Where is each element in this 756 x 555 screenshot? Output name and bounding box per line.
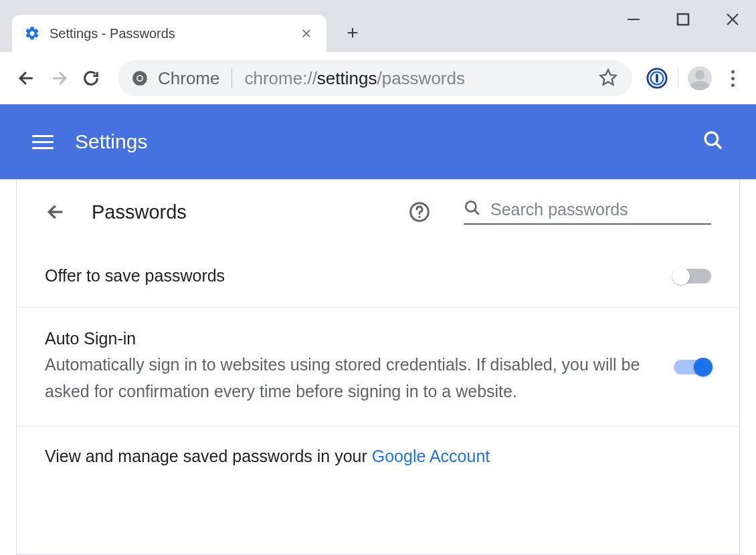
tab-title: Settings - Passwords (50, 26, 298, 41)
reload-button[interactable] (78, 65, 104, 92)
page-title: Passwords (92, 201, 391, 223)
close-window-button[interactable] (723, 9, 743, 29)
search-icon[interactable] (702, 130, 724, 154)
divider (678, 68, 678, 89)
url-scheme: chrome:// (244, 68, 316, 88)
svg-point-10 (418, 216, 420, 218)
minimize-button[interactable] (624, 9, 644, 29)
omnibox-url: chrome://settings/passwords (244, 68, 589, 89)
toggle-offer-save-passwords[interactable] (674, 269, 711, 284)
search-passwords-field[interactable] (464, 199, 711, 225)
settings-content: Passwords Offer to save passwords Auto S… (16, 179, 740, 555)
address-bar[interactable]: Chrome chrome://settings/passwords (118, 60, 632, 96)
bookmark-star-icon[interactable] (599, 68, 619, 88)
divider (231, 68, 232, 88)
url-host: settings (317, 68, 377, 88)
manage-passwords-row: View and manage saved passwords in your … (17, 427, 739, 486)
toggle-auto-signin[interactable] (674, 360, 711, 374)
search-passwords-input[interactable] (490, 200, 711, 219)
chrome-icon (131, 70, 149, 87)
setting-label: Auto Sign-in (45, 329, 660, 348)
url-path: /passwords (377, 68, 465, 88)
extension-1password-icon[interactable] (646, 67, 668, 90)
hamburger-menu-icon[interactable] (32, 131, 54, 153)
help-icon[interactable] (407, 200, 432, 224)
window-controls (624, 9, 743, 29)
browser-tab-strip: Settings - Passwords (0, 0, 756, 52)
forward-button[interactable] (45, 65, 72, 92)
search-icon (464, 199, 481, 219)
browser-tab[interactable]: Settings - Passwords (12, 15, 326, 52)
settings-title: Settings (75, 130, 702, 153)
svg-rect-1 (678, 14, 688, 25)
google-account-link[interactable]: Google Account (372, 447, 490, 465)
setting-label: Offer to save passwords (45, 266, 660, 286)
chrome-menu-button[interactable] (723, 70, 743, 87)
svg-point-8 (705, 132, 718, 145)
page-header-row: Passwords (17, 179, 739, 245)
profile-avatar[interactable] (688, 66, 712, 90)
setting-offer-save-passwords: Offer to save passwords (17, 245, 739, 308)
settings-header: Settings (0, 104, 756, 179)
manage-passwords-text: View and manage saved passwords in your (45, 447, 372, 465)
back-arrow-icon[interactable] (45, 201, 68, 223)
maximize-button[interactable] (673, 9, 693, 29)
back-button[interactable] (13, 65, 40, 92)
svg-rect-7 (656, 74, 658, 82)
setting-description: Automatically sign in to websites using … (45, 351, 647, 405)
svg-point-4 (138, 76, 143, 81)
new-tab-button[interactable] (339, 19, 367, 47)
browser-toolbar: Chrome chrome://settings/passwords (0, 52, 756, 104)
setting-auto-signin: Auto Sign-in Automatically sign in to we… (17, 308, 739, 427)
close-icon[interactable] (298, 25, 314, 41)
gear-icon (24, 25, 40, 41)
omnibox-chip-label: Chrome (158, 68, 219, 89)
svg-point-11 (466, 201, 476, 211)
